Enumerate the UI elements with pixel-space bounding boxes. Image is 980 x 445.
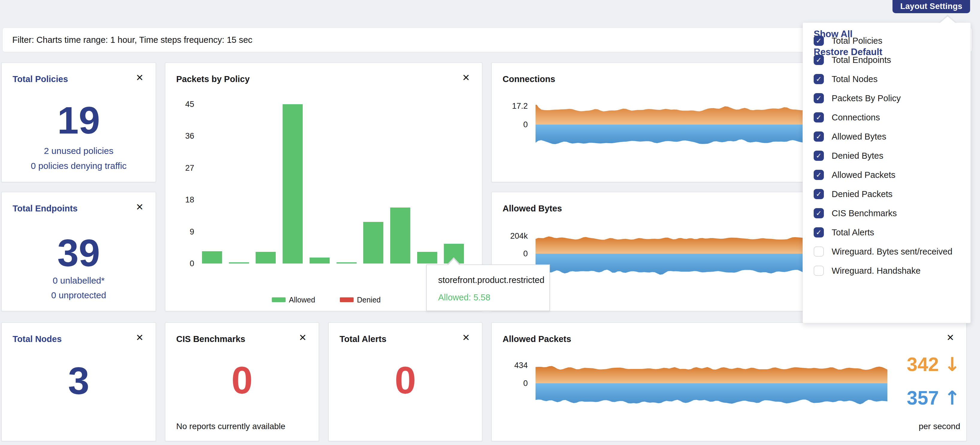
allowed-legend-label: Allowed (289, 295, 315, 304)
card-cis-benchmarks: CIS Benchmarks ✕ 0 No reports currently … (165, 322, 319, 442)
chart-tooltip: storefront.product.restricted Allowed: 5… (426, 264, 550, 311)
dropdown-item-label: Wireguard. Handshake (832, 266, 921, 276)
dropdown-item-label: Total Policies (832, 36, 882, 46)
cis-benchmarks-value: 0 (165, 361, 318, 399)
dropdown-item-packets-by-policy[interactable]: ✓Packets By Policy (803, 89, 970, 108)
dropdown-item-cis-benchmarks[interactable]: ✓CIS Benchmarks (803, 204, 970, 223)
no-reports-note: No reports currently available (176, 422, 285, 431)
card-allowed-packets: Allowed Packets ✕ 434 0 342 ↓ 357 ↑ per … (491, 322, 967, 442)
dropdown-item-denied-packets[interactable]: ✓Denied Packets (803, 184, 970, 204)
close-icon[interactable]: ✕ (299, 333, 307, 342)
card-title: Total Nodes (13, 334, 62, 344)
checkbox-checked-icon[interactable]: ✓ (814, 208, 824, 218)
dropdown-item-label: Wireguard. Bytes sent/received (832, 247, 953, 257)
y-axis-top-label: 434 (492, 361, 528, 370)
allowed-bar-0[interactable] (202, 251, 222, 263)
close-icon[interactable]: ✕ (136, 203, 143, 212)
checkbox-checked-icon[interactable]: ✓ (814, 189, 824, 199)
card-title: Allowed Bytes (503, 204, 562, 214)
dropdown-item-total-endpoints[interactable]: ✓Total Endpoints (803, 50, 970, 70)
bar-ytick-45: 45 (165, 100, 194, 109)
unlabelled-line: 0 unlabelled* (2, 276, 156, 286)
y-axis-zero-label: 0 (492, 120, 528, 129)
per-second-label: per second (919, 422, 960, 431)
dropdown-item-denied-bytes[interactable]: ✓Denied Bytes (803, 146, 970, 165)
close-icon[interactable]: ✕ (136, 333, 143, 342)
checkbox-unchecked-icon[interactable] (814, 266, 824, 276)
dashboard-page: Layout Settings Filter: Charts time rang… (0, 0, 980, 445)
checkbox-checked-icon[interactable]: ✓ (814, 150, 824, 161)
bar-ytick-18: 18 (165, 195, 194, 204)
checkbox-checked-icon[interactable]: ✓ (814, 36, 824, 46)
allowed-bar-2[interactable] (256, 252, 276, 263)
close-icon[interactable]: ✕ (462, 333, 470, 342)
total-alerts-value: 0 (329, 361, 482, 399)
allowed-bar-6[interactable] (363, 222, 383, 263)
allowed-bar-1[interactable] (229, 262, 249, 263)
dropdown-item-label: Total Alerts (832, 228, 874, 238)
layout-dropdown-list: ✓Total Policies✓Total Endpoints✓Total No… (803, 31, 970, 280)
dropdown-item-label: Denied Packets (832, 189, 892, 199)
allowed-bar-8[interactable] (417, 252, 437, 263)
y-axis-top-label: 204k (492, 231, 528, 241)
layout-settings-dropdown: ✓Total Policies✓Total Endpoints✓Total No… (803, 22, 971, 323)
bar-ytick-36: 36 (165, 131, 194, 141)
allowed-legend-swatch (272, 298, 286, 302)
checkbox-unchecked-icon[interactable] (814, 247, 824, 257)
dropdown-item-label: Total Nodes (832, 74, 878, 84)
layout-settings-button[interactable]: Layout Settings (892, 0, 970, 13)
tooltip-allowed-value: Allowed: 5.58 (438, 293, 490, 302)
checkbox-checked-icon[interactable]: ✓ (814, 112, 824, 122)
denying-policies-line: 0 policies denying traffic (2, 161, 156, 171)
allowed-packets-area-chart (536, 364, 888, 415)
close-icon[interactable]: ✕ (136, 73, 143, 82)
packets-down-rate: 342 ↓ (907, 355, 960, 374)
dropdown-item-total-alerts[interactable]: ✓Total Alerts (803, 223, 970, 242)
checkbox-checked-icon[interactable]: ✓ (814, 170, 824, 180)
card-total-alerts: Total Alerts ✕ 0 (328, 322, 482, 442)
y-axis-top-label: 17.2 (492, 101, 528, 111)
dropdown-item-connections[interactable]: ✓Connections (803, 108, 970, 127)
dropdown-item-total-nodes[interactable]: ✓Total Nodes (803, 70, 970, 89)
card-title: Allowed Packets (503, 334, 571, 344)
checkbox-checked-icon[interactable]: ✓ (814, 131, 824, 142)
total-nodes-value: 3 (2, 362, 156, 400)
card-total-endpoints: Total Endpoints ✕ 39 0 unlabelled* 0 unp… (1, 192, 156, 312)
arrow-up-icon: ↑ (944, 387, 960, 409)
arrow-down-icon: ↓ (944, 353, 960, 375)
allowed-bar-7[interactable] (390, 207, 410, 263)
dropdown-item-total-policies[interactable]: ✓Total Policies (803, 31, 970, 50)
checkbox-checked-icon[interactable]: ✓ (814, 74, 824, 84)
card-title: Total Policies (13, 74, 68, 84)
dropdown-item-allowed-packets[interactable]: ✓Allowed Packets (803, 165, 970, 184)
card-title: CIS Benchmarks (176, 334, 245, 344)
tooltip-policy-name: storefront.product.restricted (438, 275, 544, 285)
checkbox-checked-icon[interactable]: ✓ (814, 227, 824, 238)
dropdown-item-wireguard-bytes-sent-received[interactable]: Wireguard. Bytes sent/received (803, 242, 970, 261)
allowed-bar-5[interactable] (337, 262, 356, 263)
y-axis-zero-label: 0 (492, 379, 528, 388)
bar-ytick-9: 9 (165, 227, 194, 236)
unused-policies-line: 2 unused policies (2, 146, 156, 156)
card-total-policies: Total Policies ✕ 19 2 unused policies 0 … (1, 62, 156, 182)
card-title: Connections (503, 74, 555, 84)
dropdown-item-label: Total Endpoints (832, 55, 891, 65)
packets-up-rate: 357 ↑ (907, 388, 960, 407)
allowed-bar-4[interactable] (310, 258, 330, 263)
dropdown-item-label: Allowed Packets (832, 170, 896, 180)
dropdown-item-label: CIS Benchmarks (832, 208, 897, 218)
denied-legend-label: Denied (357, 295, 380, 304)
card-title: Total Alerts (340, 334, 386, 344)
allowed-bar-3[interactable] (283, 104, 303, 263)
dropdown-item-label: Allowed Bytes (832, 132, 886, 142)
dropdown-item-label: Connections (832, 112, 880, 122)
dropdown-item-wireguard-handshake[interactable]: Wireguard. Handshake (803, 261, 970, 280)
denied-legend-swatch (340, 298, 354, 302)
checkbox-checked-icon[interactable]: ✓ (814, 93, 824, 103)
dropdown-item-allowed-bytes[interactable]: ✓Allowed Bytes (803, 127, 970, 146)
checkbox-checked-icon[interactable]: ✓ (814, 55, 824, 65)
close-icon[interactable]: ✕ (947, 333, 954, 342)
total-policies-value: 19 (2, 101, 156, 139)
card-title: Total Endpoints (13, 204, 78, 214)
unprotected-line: 0 unprotected (2, 290, 156, 300)
